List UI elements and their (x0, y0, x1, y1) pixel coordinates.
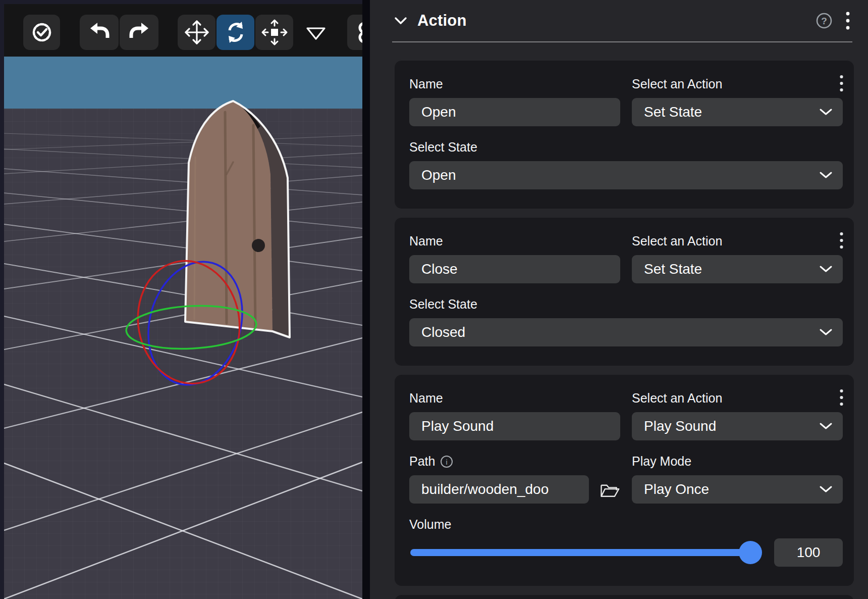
info-icon[interactable]: i (440, 455, 453, 468)
chevron-down-icon (394, 17, 407, 25)
name-input[interactable] (409, 255, 620, 283)
play-mode-dropdown-value: Play Once (644, 481, 709, 497)
browse-file-button[interactable] (598, 479, 620, 500)
select-state-label: Select State (409, 140, 843, 155)
rotate-tool-icon (218, 15, 253, 50)
path-label: Path i (409, 454, 620, 469)
select-action-label: Select an Action (632, 234, 843, 248)
move-tool-button[interactable] (178, 15, 215, 50)
action-card-play-sound: Name Select an Action Play Sound (395, 375, 854, 586)
select-state-label: Select State (409, 297, 843, 312)
volume-slider[interactable] (409, 538, 761, 567)
undo-icon (82, 15, 117, 50)
card-menu-button[interactable] (837, 73, 846, 94)
play-mode-dropdown[interactable]: Play Once (632, 475, 843, 504)
panel-divider (362, 0, 370, 599)
action-dropdown-value: Set State (644, 261, 702, 277)
state-dropdown-value: Open (421, 167, 456, 183)
prism-dropdown-button[interactable] (301, 15, 331, 50)
card-menu-button[interactable] (837, 230, 846, 251)
select-action-label: Select an Action (632, 391, 843, 406)
name-label: Name (409, 77, 620, 91)
chevron-down-icon (819, 328, 833, 336)
play-mode-label: Play Mode (632, 454, 843, 469)
door-handle (252, 239, 265, 252)
action-card-close: Name Select an Action Set State (395, 218, 854, 366)
volume-slider-handle[interactable] (739, 541, 762, 564)
volume-value-box[interactable]: 100 (774, 538, 843, 567)
scale-tool-button[interactable] (255, 15, 293, 50)
magnet-icon (347, 15, 362, 50)
state-dropdown-value: Closed (421, 324, 465, 340)
help-icon: ? (815, 12, 833, 30)
action-dropdown[interactable]: Play Sound (632, 412, 843, 440)
help-button[interactable]: ? (813, 10, 835, 32)
badge-tool-button[interactable] (23, 15, 60, 50)
rotate-tool-button[interactable] (216, 15, 254, 50)
panel-menu-button[interactable] (843, 9, 852, 32)
scale-tool-icon (257, 15, 292, 50)
volume-slider-track[interactable] (410, 549, 755, 556)
collapse-section-button[interactable] (392, 15, 409, 27)
chevron-down-icon (819, 108, 833, 116)
name-label: Name (409, 234, 620, 248)
kebab-menu-icon (845, 11, 850, 30)
action-dropdown[interactable]: Set State (632, 98, 843, 126)
card-menu-button[interactable] (837, 387, 846, 408)
sound-path-input[interactable] (409, 475, 589, 504)
name-input[interactable] (409, 98, 620, 126)
chevron-down-icon (819, 485, 833, 493)
name-input[interactable] (409, 412, 620, 440)
chevron-down-icon (819, 422, 833, 430)
action-dropdown-value: Play Sound (644, 418, 716, 434)
kebab-menu-icon (839, 75, 844, 92)
scene-canvas[interactable] (4, 57, 362, 599)
chevron-down-icon (819, 171, 833, 179)
viewport-toolbar (4, 4, 362, 57)
state-dropdown[interactable]: Closed (409, 318, 843, 346)
action-dropdown[interactable]: Set State (632, 255, 843, 283)
name-label: Name (409, 391, 620, 406)
action-card-list: Name Select an Action Set State (395, 61, 854, 599)
move-tool-icon (179, 15, 214, 50)
path-label-text: Path (409, 454, 435, 469)
svg-text:i: i (446, 458, 448, 466)
state-dropdown[interactable]: Open (409, 161, 843, 189)
verified-badge-icon (24, 15, 60, 50)
redo-button[interactable] (120, 15, 158, 50)
app-window: Action ? (0, 0, 868, 599)
sky (4, 57, 362, 109)
undo-button[interactable] (80, 15, 119, 50)
panel-title: Action (417, 12, 467, 30)
volume-label: Volume (409, 517, 843, 532)
action-card-partial (395, 595, 854, 599)
action-panel: Action ? (370, 0, 868, 599)
kebab-menu-icon (839, 389, 844, 406)
kebab-menu-icon (839, 232, 844, 249)
snap-tool-button[interactable] (347, 15, 362, 50)
action-dropdown-value: Set State (644, 104, 702, 120)
svg-text:?: ? (821, 16, 827, 26)
action-panel-header: Action ? (392, 0, 852, 42)
redo-icon (122, 15, 157, 50)
triangle-down-icon (301, 15, 331, 49)
folder-open-icon (598, 479, 620, 500)
chevron-down-icon (819, 265, 833, 273)
action-card-open: Name Select an Action Set State (395, 61, 854, 209)
viewport-3d[interactable] (0, 0, 362, 599)
select-action-label: Select an Action (632, 77, 843, 91)
